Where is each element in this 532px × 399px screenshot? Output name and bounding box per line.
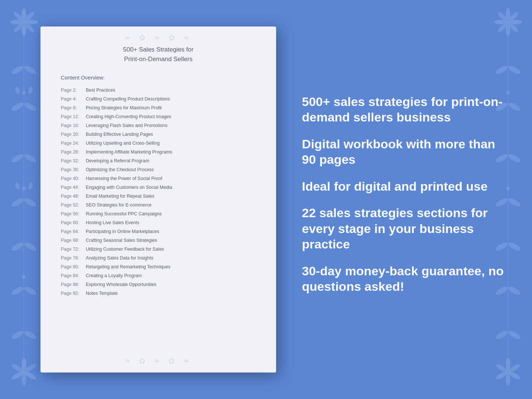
svg-point-40 <box>509 20 522 24</box>
svg-point-62 <box>495 329 509 340</box>
svg-point-20 <box>23 197 37 208</box>
svg-point-41 <box>507 21 519 33</box>
svg-point-17 <box>11 153 25 164</box>
toc-chapter-title: Email Marketing for Repeat Sales <box>86 193 154 200</box>
table-of-contents-item: Page 72:Utilizing Customer Feedback for … <box>61 246 256 253</box>
toc-page-number: Page 72: <box>61 246 86 253</box>
svg-point-65 <box>508 363 521 373</box>
svg-point-28 <box>22 275 26 279</box>
toc-chapter-title: Notes Template <box>86 290 118 297</box>
svg-point-27 <box>23 285 37 296</box>
table-of-contents-item: Page 32:Developing a Referral Program <box>61 157 256 165</box>
toc-page-number: Page 60: <box>61 219 86 226</box>
svg-point-48 <box>495 64 509 75</box>
svg-point-66 <box>508 370 521 381</box>
toc-page-number: Page 68: <box>61 237 86 244</box>
table-of-contents-item: Page 40:Harnessing the Power of Social P… <box>61 175 256 182</box>
table-of-contents-item: Page 44:Engaging with Customers on Socia… <box>61 184 256 191</box>
svg-point-36 <box>11 363 24 373</box>
table-of-contents-item: Page 52:SEO Strategies for E-commerce <box>61 201 256 209</box>
svg-point-43 <box>497 21 509 33</box>
feature-text-2: Digital workbook with more than 90 pages <box>302 136 510 167</box>
svg-point-24 <box>11 241 25 252</box>
table-of-contents-item: Page 36:Optimizing the Checkout Process <box>61 166 256 173</box>
toc-chapter-title: Harnessing the Power of Social Proof <box>86 175 162 182</box>
svg-point-31 <box>22 358 26 371</box>
toc-page-number: Page 36: <box>61 166 86 173</box>
book-title: 500+ Sales Strategies for Print-on-Deman… <box>61 45 256 64</box>
toc-chapter-title: Building Effective Landing Pages <box>86 131 153 138</box>
table-of-contents-item: Page 84:Creating a Loyalty Program <box>61 272 256 279</box>
toc-page-number: Page 12: <box>61 113 86 120</box>
toc-chapter-title: Creating High-Converting Product Images <box>86 113 171 120</box>
svg-point-4 <box>22 23 26 36</box>
svg-point-32 <box>24 363 37 373</box>
toc-chapter-title: Retargeting and Remarketing Techniques <box>86 263 170 271</box>
features-panel: 500+ sales strategies for print-on-deman… <box>276 79 532 320</box>
svg-point-1 <box>23 11 35 23</box>
table-of-contents-item: Page 48:Email Marketing for Repeat Sales <box>61 193 256 200</box>
table-of-contents-item: Page 80:Retargeting and Remarketing Tech… <box>61 263 256 271</box>
table-of-contents-item: Page 68:Crafting Seasonal Sales Strategi… <box>61 237 256 244</box>
toc-page-number: Page 76: <box>61 254 86 262</box>
svg-point-23 <box>28 182 33 190</box>
svg-point-5 <box>13 21 25 33</box>
toc-chapter-title: Developing a Referral Program <box>86 157 149 165</box>
toc-page-number: Page 84: <box>61 272 86 279</box>
toc-page-number: Page 80: <box>61 263 86 271</box>
table-of-contents-item: Page 64:Participating in Online Marketpl… <box>61 228 256 235</box>
svg-point-42 <box>506 23 510 36</box>
svg-point-8 <box>22 20 26 24</box>
toc-page-number: Page 44: <box>61 184 86 191</box>
toc-chapter-title: Analyzing Sales Data for Insights <box>86 254 153 262</box>
svg-point-33 <box>24 370 37 381</box>
table-of-contents-item: Page 92:Notes Template <box>61 290 256 297</box>
svg-point-12 <box>11 101 25 112</box>
feature-text-4: 22 sales strategies sections for every s… <box>302 205 510 252</box>
svg-point-39 <box>507 11 519 23</box>
svg-point-22 <box>15 182 20 190</box>
svg-point-10 <box>11 64 25 75</box>
table-of-contents-item: Page 8:Pricing Strategies for Maximum Pr… <box>61 104 256 112</box>
toc-chapter-title: Creating a Loyalty Program <box>86 272 142 279</box>
table-of-contents-item: Page 28:Implementing Affiliate Marketing… <box>61 148 256 156</box>
toc-chapter-title: Exploring Wholesale Opportunities <box>86 281 156 288</box>
toc-chapter-title: Engaging with Customers on Social Media <box>86 184 172 191</box>
svg-point-29 <box>11 329 25 340</box>
table-of-contents-item: Page 4:Crafting Compelling Product Descr… <box>61 95 256 103</box>
table-of-contents-item: Page 60:Hosting Live Sales Events <box>61 219 256 226</box>
svg-point-45 <box>497 11 509 23</box>
svg-point-25 <box>23 241 37 252</box>
svg-point-38 <box>506 8 510 21</box>
feature-text-3: Ideal for digital and printed use <box>302 179 510 194</box>
svg-point-0 <box>22 8 26 21</box>
toc-chapter-title: SEO Strategies for E-commerce <box>86 201 152 209</box>
svg-point-35 <box>11 370 24 381</box>
toc-page-number: Page 4: <box>61 95 86 103</box>
toc-page-number: Page 92: <box>61 290 86 297</box>
svg-point-30 <box>23 329 37 340</box>
svg-point-70 <box>506 370 510 374</box>
toc-page-number: Page 16: <box>61 122 86 129</box>
svg-point-3 <box>23 21 35 33</box>
toc-page-number: Page 56: <box>61 210 86 218</box>
toc-chapter-title: Implementing Affiliate Marketing Program… <box>86 148 172 156</box>
svg-point-11 <box>23 64 37 75</box>
toc-page-number: Page 88: <box>61 281 86 288</box>
svg-point-18 <box>23 153 37 164</box>
toc-chapter-title: Participating in Online Marketplaces <box>86 228 159 235</box>
svg-point-21 <box>22 187 26 190</box>
table-of-contents: Page 2:Best PracticesPage 4:Crafting Com… <box>61 86 256 297</box>
toc-page-number: Page 48: <box>61 193 86 200</box>
toc-chapter-title: Utilizing Upselling and Cross-Selling <box>86 140 160 147</box>
toc-chapter-title: Optimizing the Checkout Process <box>86 166 154 173</box>
table-of-contents-item: Page 88:Exploring Wholesale Opportunitie… <box>61 281 256 288</box>
toc-page-number: Page 24: <box>61 140 86 147</box>
svg-point-2 <box>25 20 38 24</box>
svg-point-63 <box>507 329 521 340</box>
svg-point-19 <box>11 197 25 208</box>
svg-point-68 <box>495 370 508 381</box>
toc-page-number: Page 32: <box>61 157 86 165</box>
svg-point-69 <box>495 363 508 373</box>
table-of-contents-item: Page 20:Building Effective Landing Pages <box>61 131 256 138</box>
